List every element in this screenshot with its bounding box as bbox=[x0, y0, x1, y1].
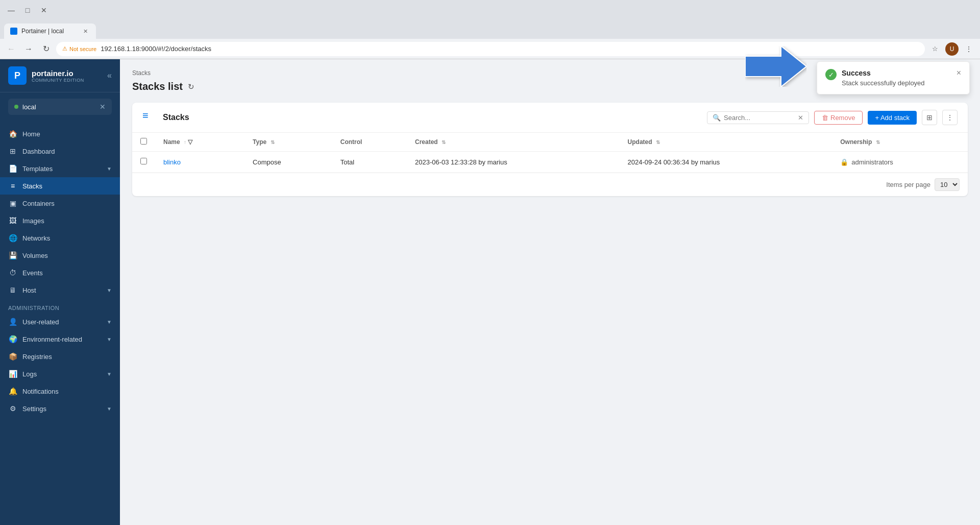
row-ownership-cell: 🔒 administrators bbox=[832, 152, 968, 173]
browser-controls: — □ ✕ bbox=[4, 3, 51, 17]
close-browser-btn[interactable]: ✕ bbox=[37, 3, 51, 17]
remove-label: Remove bbox=[830, 114, 855, 122]
sidebar-item-containers[interactable]: ▣ Containers bbox=[0, 195, 120, 212]
toast-close-button[interactable]: × bbox=[957, 69, 961, 77]
search-icon: 🔍 bbox=[713, 114, 721, 122]
admin-section-label: Administration bbox=[0, 299, 120, 313]
security-warning: ⚠ Not secure bbox=[62, 45, 96, 52]
search-input[interactable] bbox=[724, 114, 795, 122]
row-checkbox-cell bbox=[132, 152, 155, 173]
sidebar-item-images[interactable]: 🖼 Images bbox=[0, 212, 120, 229]
volumes-icon: 💾 bbox=[8, 251, 17, 259]
items-per-page-select[interactable]: 10 25 50 bbox=[935, 178, 960, 191]
main-content: Stacks Stacks list ↻ ≡ Stacks 🔍 ✕ � bbox=[120, 59, 980, 525]
columns-button[interactable]: ⊞ bbox=[922, 110, 937, 125]
containers-icon: ▣ bbox=[8, 199, 17, 207]
card-title-area: ≡ Stacks bbox=[142, 110, 189, 125]
logs-icon: 📊 bbox=[8, 370, 17, 378]
active-tab[interactable]: Portainer | local ✕ bbox=[4, 23, 96, 39]
ownership-sort-icon: ⇅ bbox=[876, 139, 880, 145]
refresh-button[interactable]: ↻ bbox=[188, 82, 194, 91]
remove-button[interactable]: 🗑 Remove bbox=[814, 111, 863, 125]
sidebar-item-logs[interactable]: 📊 Logs ▼ bbox=[0, 365, 120, 383]
host-icon: 🖥 bbox=[8, 286, 17, 294]
ownership-header: Ownership ⇅ bbox=[832, 133, 968, 152]
sidebar-item-environment-related[interactable]: 🌍 Environment-related ▼ bbox=[0, 330, 120, 348]
ownership-value: administrators bbox=[851, 158, 893, 166]
dashboard-icon: ⊞ bbox=[8, 147, 17, 155]
endpoint-name: local bbox=[22, 103, 36, 111]
name-header: Name ↑ ▽ bbox=[155, 133, 244, 152]
table-body: blinko Compose Total 2023-06-03 12:33:28… bbox=[132, 152, 968, 173]
events-icon: ⏱ bbox=[8, 269, 17, 277]
sidebar-item-volumes[interactable]: 💾 Volumes bbox=[0, 247, 120, 264]
endpoint-section[interactable]: local ✕ bbox=[8, 99, 112, 115]
sidebar-item-notifications[interactable]: 🔔 Notifications bbox=[0, 383, 120, 400]
toast-body: Success Stack successfully deployed bbox=[842, 69, 951, 87]
sidebar-item-stacks[interactable]: ≡ Stacks bbox=[0, 177, 120, 195]
sidebar-item-label-dashboard: Dashboard bbox=[22, 148, 55, 155]
logo-text: portainer.io Community Edition bbox=[32, 69, 84, 83]
sidebar-item-label-notifications: Notifications bbox=[22, 388, 59, 395]
endpoint-close-button[interactable]: ✕ bbox=[100, 103, 106, 111]
card-stack-icon: ≡ bbox=[142, 110, 158, 125]
row-name-cell: blinko bbox=[155, 152, 244, 173]
logs-chevron-icon: ▼ bbox=[107, 371, 112, 377]
control-header: Control bbox=[332, 133, 407, 152]
tab-favicon bbox=[10, 28, 17, 35]
row-control-cell: Total bbox=[332, 152, 407, 173]
sidebar-item-dashboard[interactable]: ⊞ Dashboard bbox=[0, 142, 120, 160]
sidebar-item-templates[interactable]: 📄 Templates ▼ bbox=[0, 160, 120, 177]
updated-header: Updated ⇅ bbox=[620, 133, 832, 152]
sidebar-header: P portainer.io Community Edition « bbox=[0, 59, 120, 92]
tab-close-button[interactable]: ✕ bbox=[81, 27, 90, 36]
sidebar-item-home[interactable]: 🏠 Home bbox=[0, 125, 120, 142]
sidebar-item-events[interactable]: ⏱ Events bbox=[0, 264, 120, 281]
card-title: Stacks bbox=[163, 113, 189, 122]
items-per-page-label: Items per page bbox=[886, 181, 930, 188]
address-bar[interactable]: ⚠ Not secure 192.168.1.18:9000/#!/2/dock… bbox=[56, 42, 925, 56]
sidebar-item-label-settings: Settings bbox=[22, 405, 46, 413]
table-row: blinko Compose Total 2023-06-03 12:33:28… bbox=[132, 152, 968, 173]
select-all-checkbox[interactable] bbox=[140, 138, 147, 145]
card-header: ≡ Stacks 🔍 ✕ 🗑 Remove + Add stack bbox=[132, 103, 968, 133]
success-toast: ✓ Success Stack successfully deployed × bbox=[817, 61, 970, 94]
card-footer: Items per page 10 25 50 bbox=[132, 173, 968, 196]
card-actions: 🔍 ✕ 🗑 Remove + Add stack ⊞ ⋮ bbox=[707, 110, 958, 125]
sidebar-item-label-environment-related: Environment-related bbox=[22, 336, 82, 343]
sidebar-item-registries[interactable]: 📦 Registries bbox=[0, 348, 120, 365]
filter-icon[interactable]: ▽ bbox=[188, 138, 192, 146]
bookmark-button[interactable]: ☆ bbox=[928, 42, 942, 56]
back-button[interactable]: ← bbox=[4, 42, 18, 56]
stacks-card: ≡ Stacks 🔍 ✕ 🗑 Remove + Add stack bbox=[132, 103, 968, 196]
reload-button[interactable]: ↻ bbox=[39, 42, 53, 56]
menu-button[interactable]: ⋮ bbox=[962, 42, 976, 56]
stack-name-link[interactable]: blinko bbox=[163, 158, 181, 166]
search-clear-button[interactable]: ✕ bbox=[798, 114, 803, 122]
name-sort-icon: ↑ bbox=[184, 139, 186, 145]
row-created-cell: 2023-06-03 12:33:28 by marius bbox=[407, 152, 620, 173]
more-options-button[interactable]: ⋮ bbox=[942, 110, 958, 125]
toast-message: Stack successfully deployed bbox=[842, 79, 951, 87]
user-related-icon: 👤 bbox=[8, 318, 17, 326]
networks-icon: 🌐 bbox=[8, 234, 17, 242]
profile-avatar[interactable]: U bbox=[945, 42, 959, 56]
sidebar-item-host[interactable]: 🖥 Host ▼ bbox=[0, 281, 120, 299]
maximize-btn[interactable]: □ bbox=[20, 3, 35, 17]
endpoint-status-dot bbox=[14, 105, 18, 109]
sidebar-item-label-home: Home bbox=[22, 130, 40, 138]
row-checkbox[interactable] bbox=[140, 158, 147, 164]
sidebar-item-label-stacks: Stacks bbox=[22, 182, 42, 190]
sidebar-item-networks[interactable]: 🌐 Networks bbox=[0, 229, 120, 247]
remove-icon: 🗑 bbox=[822, 114, 828, 122]
forward-button[interactable]: → bbox=[21, 42, 36, 56]
sidebar-collapse-button[interactable]: « bbox=[107, 71, 112, 80]
minimize-btn[interactable]: — bbox=[4, 3, 18, 17]
add-stack-button[interactable]: + Add stack bbox=[868, 111, 917, 125]
host-chevron-icon: ▼ bbox=[107, 288, 112, 293]
app-layout: P portainer.io Community Edition « local… bbox=[0, 59, 980, 525]
add-stack-label: + Add stack bbox=[875, 114, 910, 122]
sidebar-item-user-related[interactable]: 👤 User-related ▼ bbox=[0, 313, 120, 330]
sidebar-item-settings[interactable]: ⚙ Settings ▼ bbox=[0, 400, 120, 417]
address-bar-row: ← → ↻ ⚠ Not secure 192.168.1.18:9000/#!/… bbox=[0, 39, 980, 59]
